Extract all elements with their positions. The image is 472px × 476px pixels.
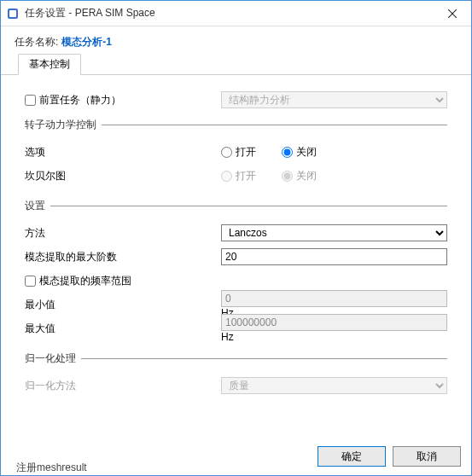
button-bar: 确定 取消 (318, 446, 461, 467)
pre-task-checkbox-input[interactable] (25, 95, 36, 106)
normalize-method-row: 归一化方法 质量 (25, 376, 447, 395)
pre-task-row: 前置任务（静力） 结构静力分析 (25, 90, 447, 109)
rotor-option-close[interactable]: 关闭 (282, 145, 317, 160)
max-order-input[interactable] (221, 248, 447, 265)
normalize-method-select: 质量 (221, 377, 447, 394)
freq-range-checkbox[interactable]: 模态提取的频率范围 (25, 274, 131, 288)
max-unit: Hz (221, 331, 234, 343)
normalize-group: 归一化处理 归一化方法 质量 (25, 351, 447, 400)
task-name-label: 任务名称: (15, 35, 58, 49)
cancel-button[interactable]: 取消 (393, 446, 461, 467)
close-icon (448, 9, 457, 18)
rotor-option-close-input[interactable] (282, 147, 293, 158)
max-value-label: 最大值 (25, 322, 221, 336)
method-select[interactable]: Lanczos (221, 224, 447, 241)
rotor-option-open[interactable]: 打开 (221, 145, 256, 160)
task-name-value: 模态分析-1 (61, 35, 112, 49)
dialog-window: 任务设置 - PERA SIM Space 任务名称: 模态分析-1 基本控制 … (0, 0, 472, 476)
app-icon (6, 7, 20, 20)
ok-button[interactable]: 确定 (318, 446, 386, 467)
tabbar: 基本控制 (1, 55, 471, 75)
pre-task-select: 结构静力分析 (221, 91, 447, 108)
min-value-input (221, 290, 447, 307)
campbell-open: 打开 (221, 169, 256, 183)
window-title: 任务设置 - PERA SIM Space (25, 6, 433, 20)
max-order-row: 模态提取的最大阶数 (25, 247, 447, 266)
normalize-method-label: 归一化方法 (25, 379, 221, 393)
campbell-open-input (221, 171, 232, 182)
rotor-option-open-input[interactable] (221, 147, 232, 158)
campbell-row: 坎贝尔图 打开 关闭 (25, 166, 447, 185)
min-value-label: 最小值 (25, 298, 221, 312)
settings-group: 设置 方法 Lanczos 模态提取的最大阶数 模态提取的频率范围 (25, 199, 447, 343)
campbell-close-input (282, 171, 293, 182)
max-value-input (221, 314, 447, 331)
normalize-legend: 归一化处理 (25, 351, 81, 366)
freq-range-checkbox-input[interactable] (25, 276, 36, 287)
method-row: 方法 Lanczos (25, 223, 447, 242)
min-value-row: 最小值 Hz (25, 295, 447, 314)
rotor-option-row: 选项 打开 关闭 (25, 142, 447, 161)
max-order-label: 模态提取的最大阶数 (25, 250, 221, 264)
max-value-row: 最大值 Hz (25, 319, 447, 338)
freq-range-row: 模态提取的频率范围 (25, 271, 447, 290)
campbell-close: 关闭 (282, 169, 317, 183)
freq-range-label: 模态提取的频率范围 (39, 274, 131, 288)
method-label: 方法 (25, 226, 221, 241)
rotor-option-label: 选项 (25, 145, 221, 160)
close-button[interactable] (433, 1, 471, 26)
pre-task-label: 前置任务（静力） (39, 93, 121, 107)
titlebar: 任务设置 - PERA SIM Space (1, 1, 471, 26)
tab-content: 前置任务（静力） 结构静力分析 转子动力学控制 选项 打开 (1, 75, 471, 410)
rotor-group: 转子动力学控制 选项 打开 关闭 坎贝尔图 (25, 118, 447, 190)
campbell-label: 坎贝尔图 (25, 169, 221, 183)
tab-basic-control[interactable]: 基本控制 (18, 54, 81, 75)
svg-rect-1 (9, 10, 16, 17)
status-text: 注册meshresult (16, 461, 87, 475)
settings-legend: 设置 (25, 199, 50, 213)
pre-task-checkbox[interactable]: 前置任务（静力） (25, 93, 221, 107)
rotor-legend: 转子动力学控制 (25, 118, 102, 132)
task-name-row: 任务名称: 模态分析-1 (1, 26, 471, 55)
